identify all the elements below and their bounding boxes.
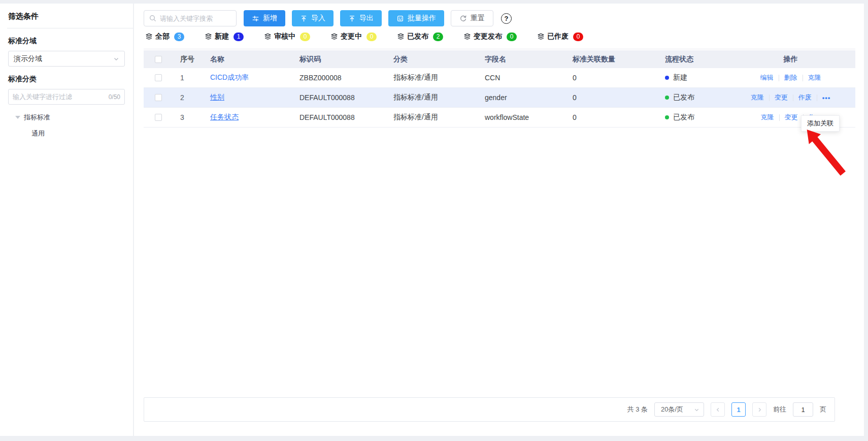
app-window: 筛选条件 标准分域 演示分域 标准分类 0/50 指标标准 通用: [0, 0, 868, 441]
red-annotation-arrow-icon: [803, 128, 851, 181]
tab-changing[interactable]: 变更中 0: [330, 32, 377, 41]
tab-change-published[interactable]: 变更发布 0: [463, 32, 517, 41]
tabs-divider: [144, 49, 855, 49]
row-checkbox[interactable]: [155, 94, 162, 101]
search-icon: [149, 15, 156, 22]
export-button-label: 导出: [359, 14, 374, 23]
next-page-button[interactable]: [752, 402, 766, 417]
more-actions-icon[interactable]: •••: [822, 94, 831, 102]
header-actions: 操作: [726, 55, 855, 64]
filter-sidebar: 筛选条件 标准分域 演示分域 标准分类 0/50 指标标准 通用: [0, 4, 133, 436]
cell-field: workflowState: [477, 113, 563, 121]
action-divider: [793, 94, 793, 101]
row-name-link[interactable]: 性别: [210, 93, 224, 101]
cell-category: 指标标准/通用: [386, 113, 477, 122]
batch-operation-button[interactable]: 批量操作: [388, 10, 444, 26]
tab-label: 新建: [215, 32, 229, 41]
header-code: 标识码: [292, 55, 386, 64]
change-action[interactable]: 变更: [775, 93, 788, 102]
row-name-link[interactable]: 任务状态: [210, 113, 239, 121]
row-name-link[interactable]: CICD成功率: [210, 73, 249, 81]
chevron-left-icon: [715, 407, 721, 413]
search-box: [144, 10, 237, 26]
delete-action[interactable]: 删除: [784, 73, 797, 82]
cell-category: 指标标准/通用: [386, 93, 477, 102]
search-input[interactable]: [160, 15, 231, 22]
standards-table: 序号 名称 标识码 分类 字段名 标准关联数量 流程状态 操作 1 CICD成功…: [144, 50, 855, 128]
tab-count-badge: 1: [233, 33, 244, 41]
status-text: 已发布: [673, 113, 694, 122]
row-checkbox[interactable]: [155, 74, 162, 81]
table-row: 2 性别 DEFAULT000088 指标标准/通用 gender 0 已发布 …: [144, 88, 855, 108]
edit-action[interactable]: 编辑: [760, 73, 774, 82]
page-number-button[interactable]: 1: [731, 402, 746, 417]
table-row: 1 CICD成功率 ZBBZ000008 指标标准/通用 CCN 0 新建 编辑…: [144, 68, 855, 88]
cell-code: DEFAULT000088: [292, 113, 386, 121]
tab-voided[interactable]: 已作废 0: [537, 32, 583, 41]
add-button[interactable]: 新增: [244, 10, 285, 26]
layers-stack-icon: [330, 33, 338, 41]
row-checkbox[interactable]: [155, 114, 162, 121]
cell-no: 1: [173, 74, 203, 82]
layers-stack-icon: [145, 33, 153, 41]
layers-stack-icon: [463, 33, 471, 41]
batch-panel-icon: [396, 15, 404, 22]
export-button[interactable]: 导出: [340, 10, 382, 26]
tab-all[interactable]: 全部 3: [145, 32, 184, 41]
cell-relation-count: 0: [563, 74, 655, 82]
layers-stack-icon: [537, 33, 545, 41]
cell-field: gender: [477, 93, 563, 102]
domain-select-value: 演示分域: [14, 54, 42, 64]
status-tabs: 全部 3 新建 1 审核中 0 变更中 0 已发布 2: [145, 32, 864, 41]
chevron-right-icon: [757, 407, 762, 413]
action-divider: [769, 94, 770, 101]
row-actions: 克隆 变更 作废 •••: [726, 93, 855, 102]
change-action[interactable]: 变更: [785, 113, 798, 122]
tab-label: 审核中: [274, 32, 295, 41]
cell-field: CCN: [477, 74, 563, 82]
category-filter-input[interactable]: [13, 93, 89, 101]
chevron-down-icon: [694, 407, 699, 413]
layers-stack-icon: [264, 33, 272, 41]
cell-code: DEFAULT000088: [292, 93, 386, 102]
action-divider: [779, 75, 779, 81]
current-page-label: 1: [737, 406, 740, 414]
sliders-icon: [252, 15, 259, 22]
tab-count-badge: 0: [300, 33, 310, 41]
tree-caret-icon[interactable]: [15, 116, 20, 119]
goto-page-input[interactable]: [793, 402, 813, 417]
toolbar: 新增 导入 导出 批量操作 重置 ?: [144, 10, 864, 26]
header-no: 序号: [173, 55, 203, 64]
page-size-select[interactable]: 20条/页: [654, 402, 704, 417]
tree-node-child[interactable]: 通用: [31, 129, 133, 138]
cell-code: ZBBZ000008: [292, 74, 386, 82]
table-row: 3 任务状态 DEFAULT000088 指标标准/通用 workflowSta…: [144, 108, 855, 128]
tab-label: 变更中: [341, 32, 362, 41]
import-button[interactable]: 导入: [292, 10, 333, 26]
clone-action[interactable]: 克隆: [761, 113, 774, 122]
tab-count-badge: 0: [573, 33, 583, 41]
cell-no: 3: [173, 113, 203, 121]
tree-node-root[interactable]: 指标标准: [15, 113, 133, 122]
batch-button-label: 批量操作: [408, 14, 436, 23]
tab-reviewing[interactable]: 审核中 0: [264, 32, 310, 41]
cell-relation-count: 0: [563, 113, 655, 121]
void-action[interactable]: 作废: [798, 93, 812, 102]
tab-count-badge: 0: [366, 33, 377, 41]
sidebar-title: 筛选条件: [0, 4, 133, 28]
category-tree: 指标标准 通用: [15, 113, 133, 138]
tab-published[interactable]: 已发布 2: [397, 32, 443, 41]
help-icon[interactable]: ?: [501, 13, 512, 24]
upload-icon: [348, 15, 356, 22]
domain-select[interactable]: 演示分域: [8, 51, 125, 67]
header-field: 字段名: [477, 55, 563, 64]
page-size-value: 20条/页: [661, 405, 683, 414]
tab-new[interactable]: 新建 1: [205, 32, 244, 41]
prev-page-button[interactable]: [711, 402, 725, 417]
action-divider: [817, 94, 817, 101]
select-all-checkbox[interactable]: [155, 56, 162, 63]
clone-action[interactable]: 克隆: [808, 73, 821, 82]
clone-action[interactable]: 克隆: [751, 93, 764, 102]
status-dot: [665, 96, 669, 100]
reset-button[interactable]: 重置: [451, 10, 493, 26]
